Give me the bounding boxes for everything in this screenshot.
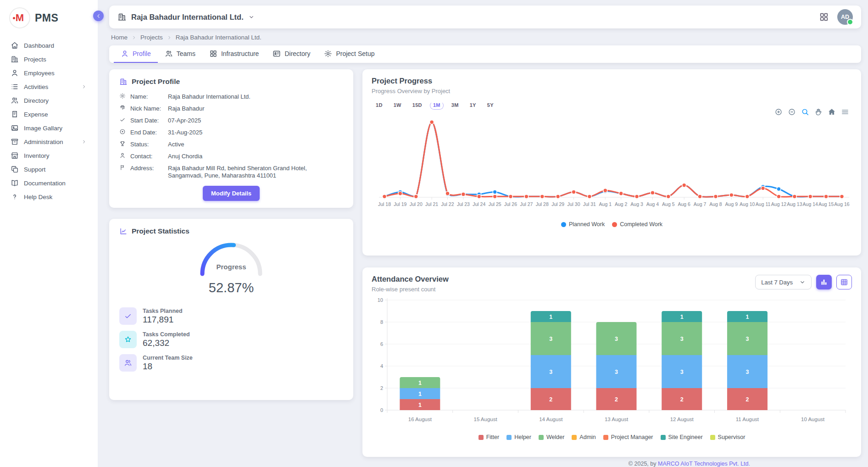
legend-completed-work[interactable]: Completed Work (612, 221, 662, 228)
sidebar-item-label: Documentation (24, 180, 87, 187)
legend-site-engineer[interactable]: Site Engineer (661, 434, 703, 440)
search-tool-icon[interactable] (801, 108, 809, 116)
sidebar-collapse-button[interactable] (93, 11, 104, 21)
range-button-3m[interactable]: 3M (447, 101, 463, 109)
svg-text:Jul 29: Jul 29 (551, 201, 564, 207)
legend-admin[interactable]: Admin (572, 434, 595, 440)
hand-tool-icon[interactable] (814, 108, 823, 116)
left-column: Project Profile Name:Raja Bahadur Intern… (109, 69, 353, 400)
homefill-tool-icon[interactable] (828, 108, 836, 116)
attendance-overview-card: Attendance Overview Role-wise present co… (362, 267, 861, 457)
stats-card-header: Project Statistics (119, 227, 343, 235)
field-label: Nick Name: (130, 105, 163, 112)
right-column: Project Progress Progress Overview by Pr… (362, 69, 861, 457)
svg-text:0: 0 (380, 407, 383, 413)
svg-text:Aug 2: Aug 2 (615, 201, 628, 207)
topbar-actions: AD (819, 9, 853, 25)
tab-label: Directory (284, 50, 310, 57)
breadcrumb-item-projects[interactable]: Projects (140, 34, 163, 41)
range-button-1y[interactable]: 1Y (466, 101, 480, 109)
sidebar-item-support[interactable]: Support (0, 162, 98, 176)
company-selector[interactable]: Raja Bahadur International Ltd. (117, 12, 255, 22)
legend-swatch (572, 435, 577, 440)
book-icon (11, 179, 19, 187)
company-link[interactable]: MARCO AIoT Technologies Pvt. Ltd. (658, 461, 750, 467)
sidebar-item-expense[interactable]: Expense (0, 107, 98, 121)
user-avatar[interactable]: AD (837, 9, 853, 25)
zoomin-tool-icon[interactable] (774, 108, 783, 116)
field-label: Address: (130, 165, 163, 172)
svg-text:Aug 4: Aug 4 (646, 201, 659, 207)
project-progress-card: Project Progress Progress Overview by Pr… (362, 69, 861, 256)
svg-text:Jul 20: Jul 20 (410, 201, 423, 207)
stat-current-team-size: Current Team Size18 (119, 354, 343, 372)
chevron-down-icon (799, 279, 806, 285)
brand-logo[interactable]: M PMS (0, 0, 98, 35)
progress-card-title: Project Progress (372, 77, 852, 85)
legend-helper[interactable]: Helper (506, 434, 531, 440)
project-progress-line-chart[interactable]: Jul 18Jul 19Jul 20Jul 21Jul 22Jul 23Jul … (372, 109, 852, 218)
legend-project-manager[interactable]: Project Manager (603, 434, 653, 440)
star-icon (119, 331, 137, 348)
sidebar-item-image-gallary[interactable]: Image Gallary (0, 121, 98, 135)
sidebar-item-directory[interactable]: Directory (0, 94, 98, 107)
image-icon (11, 124, 19, 132)
field-value: 31-Aug-2025 (168, 129, 340, 136)
archive-icon (11, 138, 19, 146)
copyright-text: © 2025, by (629, 461, 658, 467)
sidebar-item-activities[interactable]: Activities (0, 80, 98, 94)
legend-planned-work[interactable]: Planned Work (561, 221, 605, 228)
legend-fitter[interactable]: Fitter (479, 434, 499, 440)
period-dropdown[interactable]: Last 7 Days (755, 275, 812, 289)
breadcrumb-separator-icon (131, 35, 137, 40)
tab-teams[interactable]: Teams (158, 45, 202, 63)
table-view-toggle[interactable] (836, 275, 852, 289)
sidebar-item-label: Directory (24, 97, 87, 104)
breadcrumb-item-home[interactable]: Home (111, 34, 128, 41)
legend-swatch (479, 435, 484, 440)
bar-chart-legend: FitterHelperWelderAdminProject ManagerSi… (372, 434, 852, 440)
fingerprint-icon (119, 105, 126, 111)
stat-label: Tasks Planned (143, 308, 183, 314)
sidebar-item-administration[interactable]: Administration (0, 135, 98, 149)
sidebar-item-projects[interactable]: Projects (0, 52, 98, 66)
tab-label: Infrastructure (221, 50, 259, 57)
svg-text:Aug 9: Aug 9 (725, 201, 738, 207)
zoomout-tool-icon[interactable] (788, 108, 796, 116)
building-icon (119, 78, 128, 86)
range-button-15d[interactable]: 15D (408, 101, 426, 109)
profile-field-address-: Address:Raja Bahadur Mill Rd, behind She… (119, 165, 343, 179)
chevron-right-icon (81, 139, 87, 145)
sidebar-item-dashboard[interactable]: Dashboard (0, 39, 98, 52)
sidebar-item-employees[interactable]: Employees (0, 66, 98, 80)
attendance-bar-chart[interactable]: 024681011116 August15 August233114 Augus… (372, 295, 852, 431)
gear-icon (119, 93, 126, 99)
sidebar-item-inventory[interactable]: Inventory (0, 149, 98, 162)
legend-supervisor[interactable]: Supervisor (710, 434, 746, 440)
stat-label: Tasks Completed (143, 331, 190, 338)
modify-details-button[interactable]: Modify Details (203, 186, 260, 201)
range-button-1m[interactable]: 1M (429, 101, 445, 109)
stat-value: 117,891 (143, 315, 183, 325)
svg-text:2: 2 (680, 396, 684, 403)
tab-label: Project Setup (336, 50, 374, 57)
tab-infrastructure[interactable]: Infrastructure (202, 45, 266, 63)
sidebar-item-documentation[interactable]: Documentation (0, 176, 98, 190)
range-button-5y[interactable]: 5Y (483, 101, 498, 109)
tab-profile[interactable]: Profile (114, 45, 158, 63)
legend-label: Planned Work (569, 221, 605, 228)
menu-tool-icon[interactable] (841, 108, 849, 116)
apps-grid-icon[interactable] (819, 12, 829, 22)
tab-directory[interactable]: Directory (266, 45, 317, 63)
bar-view-toggle[interactable] (816, 275, 832, 289)
legend-welder[interactable]: Welder (539, 434, 564, 440)
range-button-1d[interactable]: 1D (372, 101, 387, 109)
range-button-1w[interactable]: 1W (389, 101, 406, 109)
field-value: Raja Bahadur International Ltd. (168, 93, 340, 100)
sidebar-item-help-desk[interactable]: Help Desk (0, 190, 98, 204)
svg-text:12 August: 12 August (670, 417, 694, 422)
users-icon (119, 354, 137, 372)
circledot-icon (119, 128, 126, 135)
tab-project-setup[interactable]: Project Setup (317, 45, 381, 63)
svg-text:Aug 16: Aug 16 (834, 201, 849, 207)
